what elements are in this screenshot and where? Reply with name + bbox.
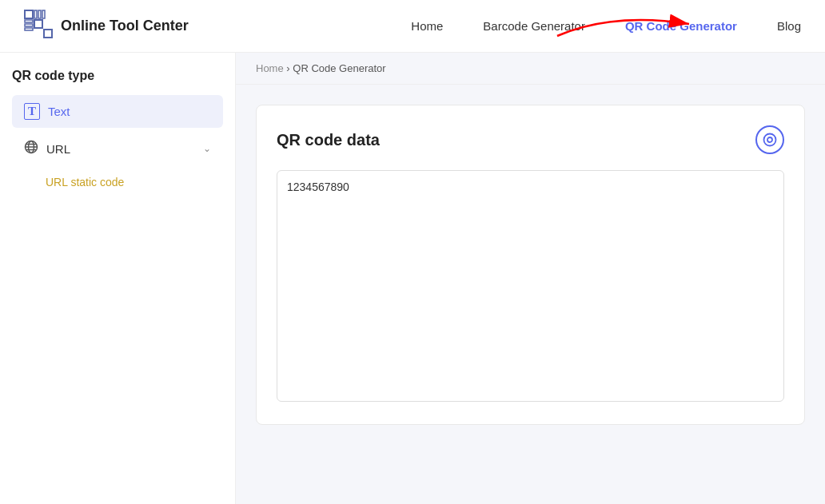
breadcrumb: Home › QR Code Generator xyxy=(236,53,825,85)
breadcrumb-current: QR Code Generator xyxy=(293,62,385,74)
settings-icon[interactable] xyxy=(755,125,784,154)
logo-text: Online Tool Center xyxy=(61,18,189,34)
qr-data-textarea[interactable] xyxy=(277,170,784,402)
qr-card: QR code data xyxy=(256,105,805,425)
nav-home[interactable]: Home xyxy=(411,19,443,33)
sidebar-text-label: Text xyxy=(48,105,70,118)
header: Online Tool Center Home Barcode Generato… xyxy=(0,0,825,53)
sidebar-item-text[interactable]: T Text xyxy=(12,95,223,128)
chevron-down-icon: ⌄ xyxy=(203,143,211,154)
nav-qrcode[interactable]: QR Code Generator xyxy=(625,19,737,33)
main-content: Home › QR Code Generator QR code data xyxy=(236,53,825,504)
nav-barcode[interactable]: Barcode Generator xyxy=(483,19,585,33)
qr-card-title: QR code data xyxy=(277,131,380,149)
svg-point-16 xyxy=(764,134,776,146)
layout: QR code type T Text URL ⌄ xyxy=(0,53,825,504)
svg-rect-1 xyxy=(25,20,33,22)
globe-icon xyxy=(24,140,38,157)
sidebar-title: QR code type xyxy=(12,69,223,83)
logo-area: Online Tool Center xyxy=(24,10,189,42)
logo-icon xyxy=(24,10,53,42)
svg-rect-0 xyxy=(25,10,33,18)
svg-rect-8 xyxy=(34,20,42,28)
nav-blog[interactable]: Blog xyxy=(777,19,801,33)
svg-rect-6 xyxy=(42,10,45,18)
svg-rect-3 xyxy=(25,28,33,30)
sidebar: QR code type T Text URL ⌄ xyxy=(0,53,236,504)
main-nav: Home Barcode Generator QR Code Generator… xyxy=(411,19,801,33)
sidebar-item-url[interactable]: URL ⌄ xyxy=(12,132,223,165)
svg-rect-2 xyxy=(25,24,33,26)
breadcrumb-home[interactable]: Home xyxy=(256,62,284,74)
content-area: QR code data xyxy=(236,85,825,445)
svg-rect-5 xyxy=(38,10,41,18)
breadcrumb-separator: › xyxy=(286,62,289,74)
qr-card-header: QR code data xyxy=(277,125,784,154)
sidebar-url-label: URL xyxy=(46,142,195,156)
svg-rect-7 xyxy=(44,30,52,38)
url-static-link[interactable]: URL static code xyxy=(12,169,223,195)
text-icon: T xyxy=(24,103,40,120)
svg-point-15 xyxy=(767,137,772,142)
svg-rect-4 xyxy=(34,10,37,18)
